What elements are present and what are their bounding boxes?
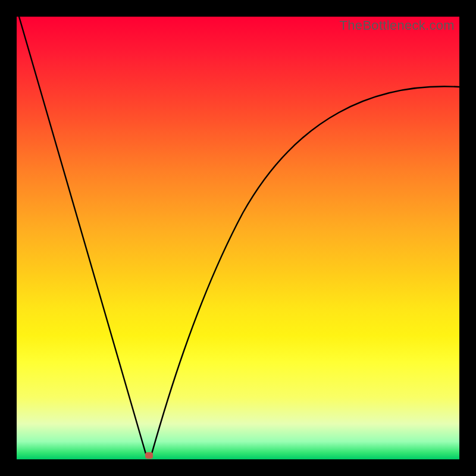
bottleneck-curve (17, 17, 459, 459)
chart-frame: TheBottleneck.com (0, 0, 476, 476)
curve-path (19, 17, 459, 458)
plot-area: TheBottleneck.com (17, 17, 459, 459)
minimum-marker (145, 452, 153, 459)
